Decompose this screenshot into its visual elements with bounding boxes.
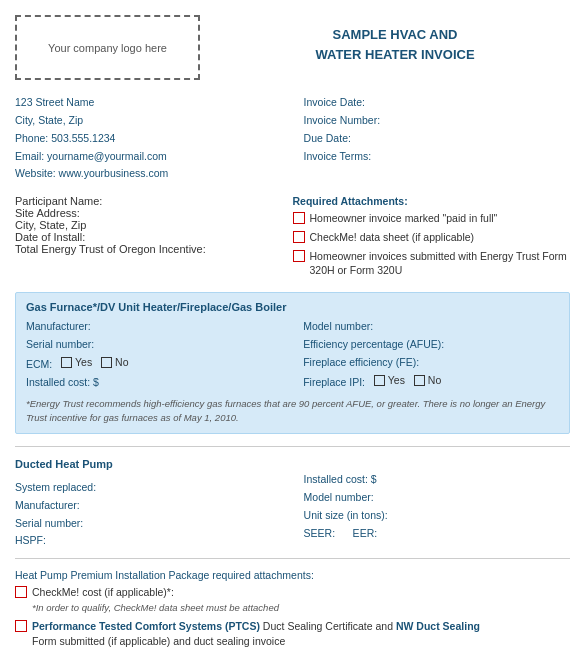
gas-furnace-right: Model number: Efficiency percentage (AFU…: [303, 318, 559, 392]
hp-att-text-2: Performance Tested Comfort Systems (PTCS…: [32, 619, 480, 648]
participant-site: Site Address:: [15, 207, 281, 219]
hspf-label: HSPF:: [15, 532, 281, 550]
company-city: City, State, Zip: [15, 112, 281, 130]
attachment-text-1: Homeowner invoice marked "paid in full": [310, 211, 498, 226]
nw-highlight: NW Duct Sealing: [396, 620, 480, 632]
heat-pump-section: Ducted Heat Pump System replaced: Manufa…: [15, 446, 570, 559]
ecm-label: ECM: Yes No: [26, 354, 282, 374]
attachments-section: Required Attachments: Homeowner invoice …: [293, 195, 571, 282]
hp-att-label: Heat Pump Premium Installation Package r…: [15, 569, 570, 581]
ptcs-highlight: Performance Tested Comfort Systems (PTCS…: [32, 620, 260, 632]
checkbox-1[interactable]: [293, 212, 305, 224]
gas-furnace-left: Manufacturer: Serial number: ECM: Yes No…: [26, 318, 282, 392]
heat-pump-attachments: Heat Pump Premium Installation Package r…: [15, 569, 570, 648]
gas-furnace-title: Gas Furnace*/DV Unit Heater/Fireplace/Ga…: [26, 301, 559, 313]
hp-sub-note-1: *In order to qualify, CheckMe! data shee…: [32, 602, 279, 613]
logo-placeholder: Your company logo here: [15, 15, 200, 80]
hp-checkbox-2[interactable]: [15, 620, 27, 632]
invoice-terms-label: Invoice Terms:: [304, 148, 570, 166]
heat-pump-left: Ducted Heat Pump System replaced: Manufa…: [15, 455, 281, 550]
attachment-item-3: Homeowner invoices submitted with Energy…: [293, 249, 571, 278]
ecm-yes-check[interactable]: Yes: [61, 354, 92, 372]
participant-city: City, State, Zip: [15, 219, 281, 231]
hp-model-label: Model number:: [304, 489, 570, 507]
model-label: Model number:: [303, 318, 559, 336]
installed-cost-label: Installed cost: $: [26, 374, 282, 392]
heat-pump-right: Installed cost: $ Model number: Unit siz…: [304, 455, 570, 550]
gas-furnace-note: *Energy Trust recommends high-efficiency…: [26, 397, 559, 426]
participant-install: Date of Install:: [15, 231, 281, 243]
ecm-no-check[interactable]: No: [101, 354, 128, 372]
attachment-item-2: CheckMe! data sheet (if applicable): [293, 230, 571, 245]
invoice-title: SAMPLE HVAC AND WATER HEATER INVOICE: [200, 15, 570, 64]
hp-att-item-1: CheckMe! cost (if applicable)*: *In orde…: [15, 585, 570, 615]
hp-unit-size-label: Unit size (in tons):: [304, 507, 570, 525]
attachment-text-3: Homeowner invoices submitted with Energy…: [310, 249, 571, 278]
invoice-fields: Invoice Date: Invoice Number: Due Date: …: [304, 94, 570, 183]
company-info: 123 Street Name City, State, Zip Phone: …: [15, 94, 281, 183]
ipi-yes-check[interactable]: Yes: [374, 372, 405, 390]
ipi-no-check[interactable]: No: [414, 372, 441, 390]
hp-serial-label: Serial number:: [15, 515, 281, 533]
invoice-date-label: Invoice Date:: [304, 94, 570, 112]
participant-name: Participant Name:: [15, 195, 281, 207]
participant-info: Participant Name: Site Address: City, St…: [15, 195, 281, 282]
checkbox-3[interactable]: [293, 250, 305, 262]
ecm-yes-checkbox[interactable]: [61, 357, 72, 368]
hp-att-text-1: CheckMe! cost (if applicable)*: *In orde…: [32, 585, 279, 615]
attachment-item-1: Homeowner invoice marked "paid in full": [293, 211, 571, 226]
company-website: Website: www.yourbusiness.com: [15, 165, 281, 183]
system-replaced-label: System replaced:: [15, 479, 281, 497]
hp-manufacturer-label: Manufacturer:: [15, 497, 281, 515]
fireplace-ipi-label: Fireplace IPI: Yes No: [303, 372, 559, 392]
attachment-text-2: CheckMe! data sheet (if applicable): [310, 230, 475, 245]
participant-incentive: Total Energy Trust of Oregon Incentive:: [15, 243, 281, 255]
hp-checkbox-1[interactable]: [15, 586, 27, 598]
invoice-due-label: Due Date:: [304, 130, 570, 148]
hp-installed-label: Installed cost: $: [304, 471, 570, 489]
manufacturer-label: Manufacturer:: [26, 318, 282, 336]
checkbox-2[interactable]: [293, 231, 305, 243]
heat-pump-title: Ducted Heat Pump: [15, 455, 281, 474]
company-phone: Phone: 503.555.1234: [15, 130, 281, 148]
afue-label: Efficiency percentage (AFUE):: [303, 336, 559, 354]
ecm-no-checkbox[interactable]: [101, 357, 112, 368]
serial-label: Serial number:: [26, 336, 282, 354]
company-address: 123 Street Name: [15, 94, 281, 112]
company-email: Email: yourname@yourmail.com: [15, 148, 281, 166]
gas-furnace-section: Gas Furnace*/DV Unit Heater/Fireplace/Ga…: [15, 292, 570, 434]
invoice-number-label: Invoice Number:: [304, 112, 570, 130]
ipi-no-checkbox[interactable]: [414, 375, 425, 386]
attachments-label: Required Attachments:: [293, 195, 571, 207]
ipi-yes-checkbox[interactable]: [374, 375, 385, 386]
logo-text: Your company logo here: [48, 42, 167, 54]
hp-att-item-2: Performance Tested Comfort Systems (PTCS…: [15, 619, 570, 648]
fe-label: Fireplace efficiency (FE):: [303, 354, 559, 372]
seer-eer-label: SEER: EER:: [304, 525, 570, 543]
